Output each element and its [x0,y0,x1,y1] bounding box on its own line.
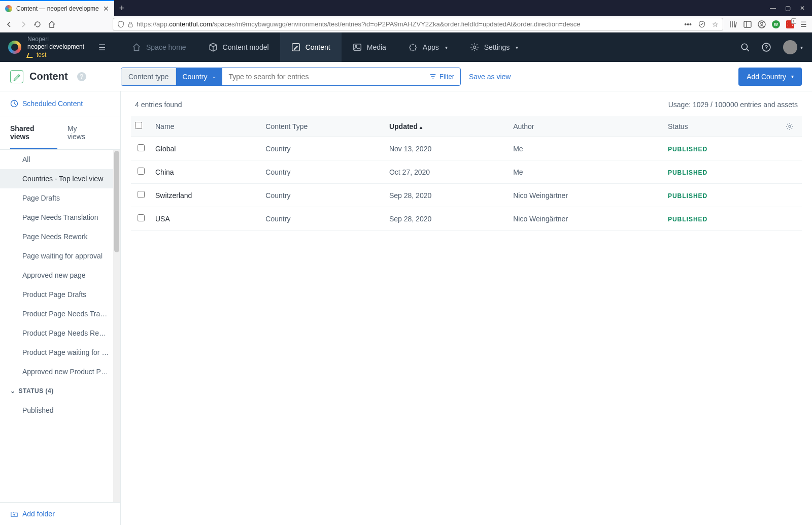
table-settings-icon[interactable] [786,122,798,130]
svg-text:?: ? [765,44,768,50]
cell-status: PUBLISHED [664,184,782,207]
caret-down-icon: ▾ [791,74,794,79]
col-status[interactable]: Status [664,116,782,137]
reader-icon[interactable] [698,21,706,28]
nav-media[interactable]: Media [342,32,397,62]
browser-tab[interactable]: Content — neoperl developme ✕ [0,0,114,16]
window-controls: — ▢ ✕ [763,0,812,16]
nav-apps[interactable]: Apps ▾ [397,32,459,62]
cell-type: Country [261,160,385,184]
sidebar-view-item[interactable]: Approved new Product Page [0,362,120,381]
sidebar-view-item[interactable]: Countries - Top level view [0,169,120,188]
cell-type: Country [261,137,385,160]
app-header: Neoperl neoperl development test ☰ Space… [0,32,812,62]
search-input[interactable] [222,73,423,81]
col-type[interactable]: Content Type [261,116,385,137]
table-row[interactable]: ChinaCountryOct 27, 2020MePUBLISHED [131,160,802,184]
content-toolbar: Content ? Content type Country ⌄ Filter … [0,62,812,91]
filter-button[interactable]: Filter [423,73,460,80]
cell-status: PUBLISHED [664,137,782,160]
sidebar-view-item[interactable]: Product Page waiting for ap... [0,343,120,362]
table-row[interactable]: GlobalCountryNov 13, 2020MePUBLISHED [131,137,802,160]
sidebar-view-item[interactable]: Page Drafts [0,188,120,208]
nav-space-home[interactable]: Space home [121,32,197,62]
library-icon[interactable] [729,20,737,28]
status-group-header[interactable]: ⌄ STATUS (4) [0,381,120,401]
nav-content[interactable]: Content [280,32,342,62]
col-name[interactable]: Name [151,116,261,137]
extension-badge-icon[interactable]: ⋮⋮ [786,20,794,28]
content-area: 4 entries found Usage: 1029 / 100000 ent… [121,91,812,525]
cell-name: China [151,160,261,184]
url-input[interactable]: https://app.contentful.com/spaces/m9mcyb… [113,18,723,31]
chevron-down-icon: ⌄ [212,74,216,79]
top-nav: Space home Content model Content Media A… [121,32,529,62]
more-icon[interactable]: ••• [684,20,692,28]
nav-content-model[interactable]: Content model [197,32,280,62]
sidebar-view-item[interactable]: Page Needs Translation [0,208,120,227]
forward-button[interactable] [19,20,27,28]
avatar[interactable] [783,40,797,54]
back-button[interactable] [5,20,13,28]
select-all-checkbox[interactable] [135,122,142,129]
sidebar-view-item[interactable]: Product Page Needs Rework [0,323,120,343]
home-button[interactable] [48,20,56,28]
row-checkbox[interactable] [138,191,145,198]
row-checkbox[interactable] [138,144,145,151]
scrollbar-thumb[interactable] [114,151,119,252]
add-folder-button[interactable]: Add folder [0,502,120,525]
cell-name: Switzerland [151,184,261,207]
help-icon[interactable]: ? [762,43,771,52]
row-checkbox[interactable] [138,168,145,175]
content-type-select[interactable]: Country ⌄ [176,68,222,85]
table-row[interactable]: SwitzerlandCountrySep 28, 2020Nico Weing… [131,184,802,207]
home-icon [132,43,141,52]
minimize-icon[interactable]: — [770,5,776,12]
close-window-icon[interactable]: ✕ [800,5,805,12]
scheduled-content-link[interactable]: Scheduled Content [0,91,120,116]
cell-updated: Nov 13, 2020 [385,137,509,160]
shield-icon [117,21,124,28]
nav-settings[interactable]: Settings ▾ [459,32,530,62]
sidebar-view-item[interactable]: Page waiting for approval [0,246,120,266]
page-title: Content [29,71,68,82]
sidebar-view-item[interactable]: All [0,150,120,169]
col-author[interactable]: Author [509,116,664,137]
lock-icon [127,21,133,28]
svg-point-9 [741,44,747,49]
row-checkbox[interactable] [138,214,145,221]
tab-shared-views[interactable]: Shared views [10,116,57,149]
add-country-button[interactable]: Add Country ▾ [738,68,802,86]
help-circle-icon[interactable]: ? [77,72,86,81]
cell-name: USA [151,207,261,231]
cell-status: PUBLISHED [664,207,782,231]
browser-menu-icon[interactable]: ☰ [800,20,807,28]
view-tabs: Shared views My views [0,116,120,150]
svg-line-10 [747,49,749,51]
sidebar-toggle-icon[interactable] [743,20,752,28]
col-updated[interactable]: Updated▴ [385,116,509,137]
caret-down-icon: ▾ [800,45,803,50]
extension-w-icon[interactable]: w [772,20,780,28]
table-row[interactable]: USACountrySep 28, 2020Nico WeingärtnerPU… [131,207,802,231]
sidebar-view-item[interactable]: Published [0,401,120,420]
views-list[interactable]: AllCountries - Top level viewPage Drafts… [0,150,120,502]
brand-block[interactable]: Neoperl neoperl development test ☰ [0,36,121,59]
environment-name: test [27,51,84,59]
search-icon[interactable] [740,43,750,52]
reload-button[interactable] [33,20,42,28]
svg-rect-0 [128,24,132,27]
space-switcher-icon[interactable]: ☰ [91,43,113,52]
sidebar-view-item[interactable]: Product Page Needs Transla... [0,304,120,323]
tab-my-views[interactable]: My views [67,116,100,149]
sidebar-view-item[interactable]: Approved new page [0,266,120,285]
bookmark-icon[interactable]: ☆ [712,20,719,28]
account-icon[interactable] [758,20,766,28]
maximize-icon[interactable]: ▢ [785,5,791,12]
new-tab-button[interactable]: + [114,0,130,16]
sidebar-view-item[interactable]: Product Page Drafts [0,285,120,304]
close-tab-icon[interactable]: ✕ [103,5,109,13]
entries-table: Name Content Type Updated▴ Author Status… [131,116,802,231]
save-as-view-link[interactable]: Save as view [469,73,511,81]
sidebar-view-item[interactable]: Page Needs Rework [0,227,120,246]
